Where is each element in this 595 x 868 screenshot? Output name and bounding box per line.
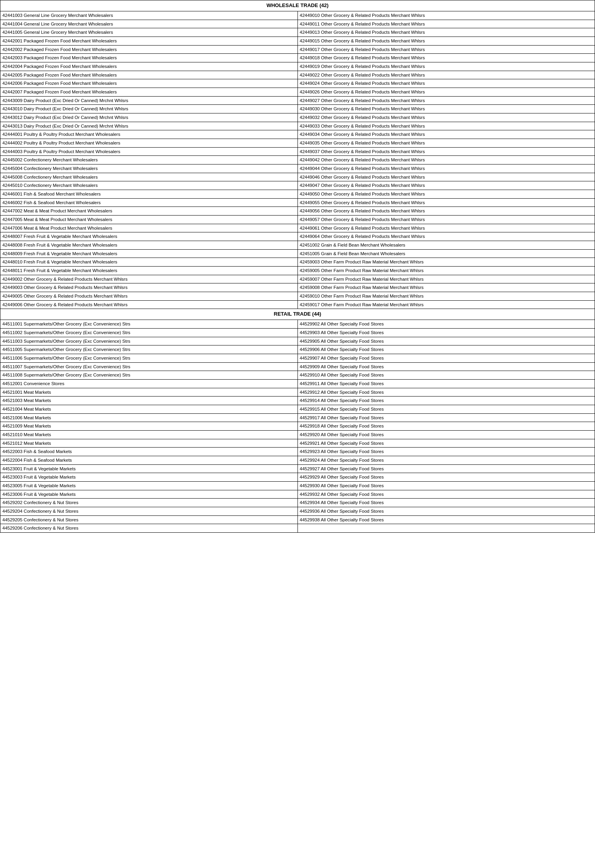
left-cell: 42449002 Other Grocery & Related Product… [0, 275, 298, 283]
table-row: 44511001 Supermarkets/Other Grocery (Exc… [0, 320, 595, 329]
table-row: 44529204 Confectionery & Nut Stores44529… [0, 507, 595, 515]
right-cell: 44529902 All Other Specialty Food Stores [298, 320, 595, 329]
table-row: 44521009 Meat Markets44529918 All Other … [0, 422, 595, 431]
left-cell: 42448008 Fresh Fruit & Vegetable Merchan… [0, 241, 298, 249]
table-row: 44511005 Supermarkets/Other Grocery (Exc… [0, 345, 595, 354]
table-row: 42445008 Confectionery Merchant Wholesal… [0, 173, 595, 181]
table-row: 42449003 Other Grocery & Related Product… [0, 283, 595, 292]
right-cell: 42449050 Other Grocery & Related Product… [298, 190, 595, 198]
left-cell: 42448007 Fresh Fruit & Vegetable Merchan… [0, 232, 298, 241]
right-cell: 42459008 Other Farm Product Raw Material… [298, 283, 595, 292]
right-cell: 42449042 Other Grocery & Related Product… [298, 156, 595, 164]
left-cell: 44521009 Meat Markets [0, 422, 298, 431]
table-row: 44529205 Confectionery & Nut Stores44529… [0, 515, 595, 524]
left-cell: 42444001 Poultry & Poultry Product Merch… [0, 130, 298, 139]
left-cell: 42449006 Other Grocery & Related Product… [0, 300, 298, 309]
table-row: 44523006 Fruit & Vegetable Markets445299… [0, 490, 595, 499]
right-cell: 42449010 Other Grocery & Related Product… [298, 11, 595, 20]
table-row: 44523001 Fruit & Vegetable Markets445299… [0, 464, 595, 473]
right-cell: 42449061 Other Grocery & Related Product… [298, 224, 595, 232]
table-row: 42448009 Fresh Fruit & Vegetable Merchan… [0, 249, 595, 258]
table-row: 42444003 Poultry & Poultry Product Merch… [0, 147, 595, 156]
right-cell: 44529921 All Other Specialty Food Stores [298, 439, 595, 448]
right-cell: 44529936 All Other Specialty Food Stores [298, 507, 595, 515]
right-cell: 42449035 Other Grocery & Related Product… [298, 139, 595, 147]
right-cell: 42449027 Other Grocery & Related Product… [298, 96, 595, 105]
left-cell: 42445008 Confectionery Merchant Wholesal… [0, 173, 298, 181]
table-row: 42448008 Fresh Fruit & Vegetable Merchan… [0, 241, 595, 249]
table-row: 42448010 Fresh Fruit & Vegetable Merchan… [0, 258, 595, 267]
left-cell: 44523005 Fruit & Vegetable Markets [0, 481, 298, 490]
table-row: 42445002 Confectionery Merchant Wholesal… [0, 156, 595, 164]
table-row: 44529202 Confectionery & Nut Stores44529… [0, 499, 595, 507]
table-row: 44521004 Meat Markets44529915 All Other … [0, 405, 595, 413]
left-cell: 44529206 Confectionery & Nut Stores [0, 524, 298, 533]
left-cell: 44521006 Meat Markets [0, 413, 298, 422]
left-cell: 42446002 Fish & Seafood Merchant Wholesa… [0, 198, 298, 207]
left-cell: 42441003 General Line Grocery Merchant W… [0, 11, 298, 20]
right-cell: 44529907 All Other Specialty Food Stores [298, 354, 595, 362]
table-row: 44521003 Meat Markets44529914 All Other … [0, 397, 595, 405]
right-cell: 42449026 Other Grocery & Related Product… [298, 88, 595, 96]
table-row: 44511006 Supermarkets/Other Grocery (Exc… [0, 354, 595, 362]
table-row: 42447005 Meat & Meat Product Merchant Wh… [0, 215, 595, 224]
main-table: WHOLESALE TRADE (42)42441003 General Lin… [0, 0, 595, 533]
right-cell: 44529915 All Other Specialty Food Stores [298, 405, 595, 413]
table-row: 42449006 Other Grocery & Related Product… [0, 300, 595, 309]
left-cell: 42443013 Dairy Product (Exc Dried Or Can… [0, 122, 298, 130]
section-header: WHOLESALE TRADE (42) [0, 0, 595, 11]
left-cell: 44512001 Convenience Stores [0, 379, 298, 388]
right-cell: 44529912 All Other Specialty Food Stores [298, 388, 595, 397]
left-cell: 42448009 Fresh Fruit & Vegetable Merchan… [0, 249, 298, 258]
right-cell [298, 524, 595, 533]
table-row: 42447002 Meat & Meat Product Merchant Wh… [0, 207, 595, 216]
table-row: 42446001 Fish & Seafood Merchant Wholesa… [0, 190, 595, 198]
right-cell: 44529911 All Other Specialty Food Stores [298, 379, 595, 388]
left-cell: 42441004 General Line Grocery Merchant W… [0, 20, 298, 28]
right-cell: 44529923 All Other Specialty Food Stores [298, 448, 595, 456]
table-row: 44511002 Supermarkets/Other Grocery (Exc… [0, 328, 595, 337]
left-cell: 44522004 Fish & Seafood Markets [0, 456, 298, 464]
right-cell: 44529920 All Other Specialty Food Stores [298, 430, 595, 439]
left-cell: 44522003 Fish & Seafood Markets [0, 448, 298, 456]
table-row: 42444002 Poultry & Poultry Product Merch… [0, 139, 595, 147]
table-row: 42444001 Poultry & Poultry Product Merch… [0, 130, 595, 139]
left-cell: 42444002 Poultry & Poultry Product Merch… [0, 139, 298, 147]
left-cell: 44511008 Supermarkets/Other Grocery (Exc… [0, 371, 298, 380]
left-cell: 42442006 Packaged Frozen Food Merchant W… [0, 79, 298, 88]
right-cell: 44529932 All Other Specialty Food Stores [298, 490, 595, 499]
right-cell: 42449057 Other Grocery & Related Product… [298, 215, 595, 224]
table-row: 44522003 Fish & Seafood Markets44529923 … [0, 448, 595, 456]
table-row: 42449005 Other Grocery & Related Product… [0, 292, 595, 301]
right-cell: 42449047 Other Grocery & Related Product… [298, 181, 595, 190]
right-cell: 42449055 Other Grocery & Related Product… [298, 198, 595, 207]
left-cell: 42443009 Dairy Product (Exc Dried Or Can… [0, 96, 298, 105]
left-cell: 42442004 Packaged Frozen Food Merchant W… [0, 62, 298, 71]
table-row: 42447006 Meat & Meat Product Merchant Wh… [0, 224, 595, 232]
left-cell: 42442007 Packaged Frozen Food Merchant W… [0, 88, 298, 96]
left-cell: 44511007 Supermarkets/Other Grocery (Exc… [0, 362, 298, 371]
left-cell: 42443010 Dairy Product (Exc Dried Or Can… [0, 105, 298, 113]
left-cell: 44529205 Confectionery & Nut Stores [0, 515, 298, 524]
table-row: 44523005 Fruit & Vegetable Markets445299… [0, 481, 595, 490]
left-cell: 42442003 Packaged Frozen Food Merchant W… [0, 54, 298, 62]
right-cell: 42449019 Other Grocery & Related Product… [298, 62, 595, 71]
left-cell: 44523006 Fruit & Vegetable Markets [0, 490, 298, 499]
table-row: 42442002 Packaged Frozen Food Merchant W… [0, 45, 595, 54]
left-cell: 44511006 Supermarkets/Other Grocery (Exc… [0, 354, 298, 362]
table-row: 42449002 Other Grocery & Related Product… [0, 275, 595, 283]
right-cell: 44529938 All Other Specialty Food Stores [298, 515, 595, 524]
table-row: 44521010 Meat Markets44529920 All Other … [0, 430, 595, 439]
right-cell: 42449044 Other Grocery & Related Product… [298, 164, 595, 173]
right-cell: 42449033 Other Grocery & Related Product… [298, 122, 595, 130]
table-row: 44511007 Supermarkets/Other Grocery (Exc… [0, 362, 595, 371]
right-cell: 42449037 Other Grocery & Related Product… [298, 147, 595, 156]
right-cell: 44529917 All Other Specialty Food Stores [298, 413, 595, 422]
right-cell: 42459010 Other Farm Product Raw Material… [298, 292, 595, 301]
right-cell: 44529927 All Other Specialty Food Stores [298, 464, 595, 473]
left-cell: 42442002 Packaged Frozen Food Merchant W… [0, 45, 298, 54]
right-cell: 42449018 Other Grocery & Related Product… [298, 54, 595, 62]
table-row: 42441003 General Line Grocery Merchant W… [0, 11, 595, 20]
table-row: 42442007 Packaged Frozen Food Merchant W… [0, 88, 595, 96]
table-row: 42443010 Dairy Product (Exc Dried Or Can… [0, 105, 595, 113]
